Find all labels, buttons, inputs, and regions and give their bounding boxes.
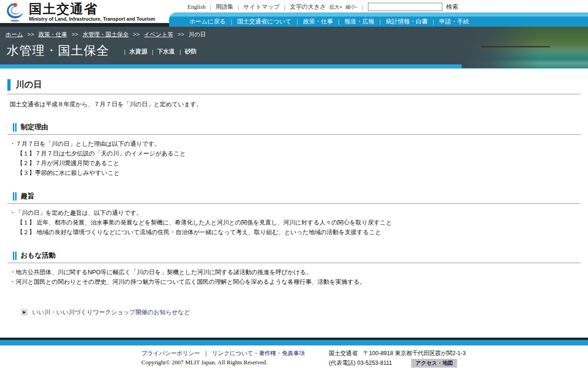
utility-separator: | bbox=[210, 4, 211, 11]
site-footer: プライバシーポリシー | リンクについて・著作権・免責事項 Copyright©… bbox=[0, 338, 588, 368]
english-link[interactable]: English bbox=[187, 3, 206, 11]
arrow-right-icon[interactable]: ▶ bbox=[21, 309, 28, 316]
section-reason: 制定理由 ・７月７日を「川の日」とした理由は以下の通りです。 【１】７月７日は七… bbox=[7, 123, 581, 178]
mlit-logo-icon bbox=[5, 1, 26, 23]
breadcrumb-separator: >> bbox=[177, 31, 184, 38]
banner-sub-separator: | bbox=[124, 48, 125, 55]
section-activities: おもな活動 ・地方公共団体、川に関するNPO等に幅広く「川の日を」契機とした河川… bbox=[7, 251, 581, 287]
section-heading: 趣旨 bbox=[21, 192, 34, 201]
nav-item-statistics[interactable]: 統計情報・白書 bbox=[386, 17, 428, 26]
access-map-button[interactable]: アクセス・地図 bbox=[411, 359, 457, 368]
related-link-row: ▶ いい川・いい川づくりワークショップ開催のお知らせなど bbox=[21, 308, 581, 316]
nav-separator: | bbox=[231, 18, 232, 25]
section-heading: おもな活動 bbox=[21, 251, 56, 260]
main-content: 川の日 国土交通省は平成８年度から、７月７日を「川の日」と定めています。 制定理… bbox=[0, 69, 588, 316]
breadcrumb-current: 川の日 bbox=[189, 31, 206, 38]
footer-separator: | bbox=[205, 350, 207, 356]
banner-link-sewerage[interactable]: 下水道 bbox=[157, 47, 175, 56]
section-item: 【２】 地域の良好な環境づくりなどについて流域の住民・自治体が一緒になって考え、… bbox=[17, 227, 581, 237]
section-accent-bars bbox=[13, 123, 17, 132]
nav-separator: | bbox=[297, 18, 298, 25]
banner-sublinks: | 水資源 | 下水道 | 砂防 bbox=[119, 47, 197, 57]
banner-link-sabo[interactable]: 砂防 bbox=[185, 47, 197, 56]
breadcrumb-separator: >> bbox=[72, 31, 79, 38]
nav-light-band bbox=[169, 12, 588, 17]
privacy-policy-link[interactable]: プライバシーポリシー bbox=[141, 350, 200, 356]
copyright-text: Copyright© 2007 MLIT Japan. All Rights R… bbox=[141, 359, 305, 366]
breadcrumb: ホーム >> 政策・仕事 >> 水管理・国土保全 >> イベント等 >> 川の日 bbox=[0, 27, 588, 39]
section-heading: 制定理由 bbox=[21, 123, 48, 132]
breadcrumb-policy[interactable]: 政策・仕事 bbox=[39, 31, 68, 38]
section-accent-bars bbox=[13, 192, 17, 201]
section-lead-text: ・「川の日」を定めた趣旨は、以下の通りです。 bbox=[10, 208, 581, 218]
utility-separator: | bbox=[284, 4, 285, 11]
nav-item-policy[interactable]: 政策・仕事 bbox=[303, 17, 333, 26]
nav-item-applications[interactable]: 申請・手続 bbox=[439, 17, 469, 26]
breadcrumb-home[interactable]: ホーム bbox=[6, 31, 23, 38]
nav-item-home[interactable]: ホームに戻る bbox=[189, 17, 226, 26]
utility-separator: | bbox=[362, 4, 363, 11]
section-item: 【２】７月が河川愛護月間であること bbox=[17, 158, 581, 168]
org-address: 国土交通省 〒100-8918 東京都千代田区霞が関2-1-3 bbox=[329, 350, 466, 357]
glossary-link[interactable]: 用語集 bbox=[215, 3, 233, 11]
logo-title: 国土交通省 bbox=[29, 2, 155, 16]
mlit-logo[interactable]: 国土交通省 Ministry of Land, Infrastructure, … bbox=[5, 1, 155, 23]
terms-link[interactable]: リンクについて・著作権・免責事項 bbox=[212, 350, 305, 356]
nav-separator: | bbox=[338, 18, 339, 25]
font-enlarge-button[interactable]: 拡大+ bbox=[329, 4, 342, 11]
search-input[interactable] bbox=[368, 3, 442, 11]
banner-link-water-resources[interactable]: 水資源 bbox=[129, 47, 147, 56]
nav-item-about[interactable]: 国土交通省について bbox=[237, 17, 291, 26]
utility-bar: English | 用語集 | サイトマップ | 文字の大きさ 拡大+ 縮小- … bbox=[187, 3, 458, 11]
breadcrumb-separator: >> bbox=[133, 31, 140, 38]
section-item: 【１】 近年、都市の発展、治水事業の発展などを契機に、希薄化した人と河川との関係… bbox=[17, 218, 581, 227]
section-bullet: ・河川と国民との関わりとその歴史、河川の持つ魅力等について広く国民の理解と関心を… bbox=[10, 277, 581, 287]
workshop-link[interactable]: いい川・いい川づくりワークショップ開催のお知らせなど bbox=[32, 308, 190, 316]
section-bullet: ・地方公共団体、川に関するNPO等に幅広く「川の日を」契機とした河川に関する諸活… bbox=[10, 267, 581, 277]
section-purpose: 趣旨 ・「川の日」を定めた趣旨は、以下の通りです。 【１】 近年、都市の発展、治… bbox=[7, 192, 581, 237]
section-item: 【３】季節的に水に親しみやすいこと bbox=[17, 168, 581, 178]
nav-main-band: ホームに戻る | 国土交通省について | 政策・仕事 | 報道・広報 | 統計情… bbox=[169, 17, 588, 27]
utility-separator: | bbox=[237, 4, 239, 11]
page-title: 川の日 bbox=[16, 79, 42, 91]
nav-separator: | bbox=[379, 18, 381, 25]
section-banner: ホーム >> 政策・仕事 >> 水管理・国土保全 >> イベント等 >> 川の日… bbox=[0, 23, 588, 64]
section-accent-bars bbox=[13, 252, 17, 260]
section-lead-text: ・７月７日を「川の日」とした理由は以下の通りです。 bbox=[10, 139, 581, 149]
font-size-label: 文字の大きさ bbox=[290, 3, 326, 11]
banner-sub-separator: | bbox=[152, 48, 153, 55]
section-item: 【１】７月７日は七夕伝説の「天の川」のイメージがあること bbox=[17, 149, 581, 158]
logo-subtitle: Ministry of Land, Infrastructure, Transp… bbox=[29, 16, 155, 22]
breadcrumb-water[interactable]: 水管理・国土保全 bbox=[83, 31, 129, 38]
divider bbox=[7, 134, 581, 135]
font-shrink-button[interactable]: 縮小- bbox=[345, 4, 357, 11]
breadcrumb-separator: >> bbox=[28, 31, 34, 38]
divider bbox=[7, 203, 581, 204]
global-nav: ホームに戻る | 国土交通省について | 政策・仕事 | 報道・広報 | 統計情… bbox=[169, 12, 588, 27]
nav-item-press[interactable]: 報道・広報 bbox=[345, 17, 374, 26]
banner-sub-separator: | bbox=[180, 48, 181, 55]
intro-paragraph: 国土交通省は平成８年度から、７月７日を「川の日」と定めています。 bbox=[10, 100, 581, 109]
breadcrumb-events[interactable]: イベント等 bbox=[144, 31, 173, 38]
page-title-accent-bar bbox=[7, 79, 11, 91]
org-phone: (代表電話) 03-5253-8111 bbox=[329, 359, 392, 367]
nav-separator: | bbox=[433, 18, 434, 25]
sitemap-link[interactable]: サイトマップ bbox=[243, 3, 280, 11]
footer-cyan-bar bbox=[0, 340, 588, 345]
search-button[interactable]: 検索 bbox=[446, 3, 458, 11]
divider bbox=[7, 263, 581, 263]
divider bbox=[7, 94, 581, 94]
banner-title: 水管理・国土保全 bbox=[6, 45, 109, 57]
